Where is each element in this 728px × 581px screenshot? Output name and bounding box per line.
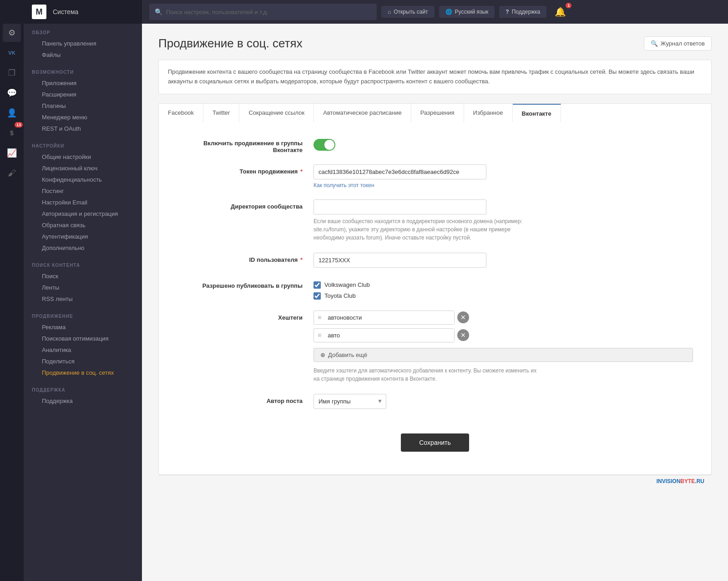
enable-label: Включить продвижение в группы Вконтакте bbox=[177, 136, 313, 153]
checkbox-toyota[interactable]: Toyota Club bbox=[313, 292, 693, 300]
nav-auth-registration[interactable]: Авторизация и регистрация bbox=[32, 208, 134, 219]
section-title-obzor: ОБЗОР bbox=[32, 30, 134, 35]
checkbox-volkswagen[interactable]: Volkswagen Club bbox=[313, 281, 693, 289]
sidebar-icon-brush[interactable]: 🖌 bbox=[3, 164, 21, 182]
topbar: 🔍 ⌂ Открыть сайт 🌐 Русский язык ? Поддер… bbox=[142, 0, 728, 24]
bell-icon: 🔔 bbox=[555, 7, 566, 17]
nav-email-settings[interactable]: Настройки Email bbox=[32, 197, 134, 208]
content-area: Продвижение в соц. сетях 🔍 Журнал ответо… bbox=[142, 24, 728, 581]
home-icon: ⌂ bbox=[388, 9, 391, 15]
sidebar-icon-gear[interactable]: ⚙ bbox=[3, 24, 21, 42]
open-site-button[interactable]: ⌂ Открыть сайт bbox=[381, 6, 435, 18]
nav-ads[interactable]: Реклама bbox=[32, 321, 134, 333]
journal-label: Журнал ответов bbox=[661, 40, 705, 47]
enable-toggle[interactable] bbox=[313, 139, 335, 151]
tab-twitter[interactable]: Twitter bbox=[203, 104, 239, 122]
sidebar-icon-chat[interactable]: 💬 bbox=[3, 84, 21, 102]
tab-vkontakte[interactable]: Вконтакте bbox=[513, 104, 561, 122]
sidebar-icon-vk[interactable]: VK bbox=[3, 44, 21, 62]
sidebar-icon-dollar[interactable]: $ 13 bbox=[3, 124, 21, 142]
open-site-label: Открыть сайт bbox=[394, 9, 428, 15]
community-dir-label: Директория сообщества bbox=[177, 199, 313, 210]
nav-additional[interactable]: Дополнительно bbox=[32, 242, 134, 254]
dollar-badge: 13 bbox=[15, 122, 23, 127]
section-promotion: ПРОДВИЖЕНИЕ Реклама Поисковая оптимизаци… bbox=[24, 307, 142, 381]
hashtag-drag-0[interactable]: ≡ bbox=[314, 314, 325, 321]
nav-dashboard[interactable]: Панель управления bbox=[32, 38, 134, 49]
page-title: Продвижение в соц. сетях bbox=[158, 36, 303, 51]
author-select[interactable]: Имя группы Имя пользователя bbox=[313, 394, 386, 409]
community-dir-input[interactable] bbox=[313, 199, 486, 214]
form-row-community-dir: Директория сообщества Если ваше сообщест… bbox=[177, 199, 693, 242]
section-obzor: ОБЗОР Панель управления Файлы bbox=[24, 24, 142, 63]
checkbox-toyota-input[interactable] bbox=[313, 292, 321, 300]
author-label: Автор поста bbox=[177, 394, 313, 404]
token-input[interactable] bbox=[313, 164, 486, 179]
nav-search[interactable]: Поиск bbox=[32, 270, 134, 282]
nav-feeds[interactable]: Ленты bbox=[32, 282, 134, 293]
section-title-search-content: ПОИСК КОНТЕНТА bbox=[32, 263, 134, 268]
tab-auto-schedule[interactable]: Автоматическое расписание bbox=[314, 104, 411, 122]
nav-analytics[interactable]: Аналитика bbox=[32, 344, 134, 356]
nav-plugins[interactable]: Плагины bbox=[32, 100, 134, 112]
hashtag-remove-1[interactable]: ✕ bbox=[457, 329, 469, 341]
journal-button[interactable]: 🔍 Журнал ответов bbox=[644, 36, 712, 51]
section-title-support: ПОДДЕРЖКА bbox=[32, 387, 134, 392]
hashtags-field: ≡ ✕ ≡ ✕ ⊕ bbox=[313, 311, 693, 383]
question-icon: ? bbox=[506, 9, 509, 15]
search-wrap: 🔍 bbox=[149, 4, 377, 20]
sidebar-icon-user[interactable]: 👤 bbox=[3, 104, 21, 122]
nav-authentication[interactable]: Аутентификация bbox=[32, 231, 134, 242]
user-id-input[interactable] bbox=[313, 253, 486, 268]
search-input[interactable] bbox=[166, 9, 371, 15]
main-wrapper: 🔍 ⌂ Открыть сайт 🌐 Русский язык ? Поддер… bbox=[142, 0, 728, 581]
nav-rest-oauth[interactable]: REST и OAuth bbox=[32, 123, 134, 134]
logo-letter: M bbox=[36, 7, 43, 17]
logo-icon: M bbox=[32, 5, 46, 19]
hashtag-input-0[interactable] bbox=[325, 311, 454, 324]
hashtag-input-wrap-0: ≡ bbox=[313, 311, 455, 325]
hashtag-row-0: ≡ ✕ bbox=[313, 311, 693, 325]
nav-rss[interactable]: RSS ленты bbox=[32, 293, 134, 305]
nav-license[interactable]: Лицензионный ключ bbox=[32, 163, 134, 174]
hashtag-drag-1[interactable]: ≡ bbox=[314, 331, 325, 339]
nav-posting[interactable]: Постинг bbox=[32, 185, 134, 197]
description-text: Продвижение контента с вашего сообщества… bbox=[168, 68, 694, 85]
language-button[interactable]: 🌐 Русский язык bbox=[439, 6, 495, 18]
checkbox-group: Volkswagen Club Toyota Club bbox=[313, 279, 693, 300]
user-id-field bbox=[313, 253, 693, 268]
nav-seo[interactable]: Поисковая оптимизация bbox=[32, 333, 134, 344]
tab-url-shortener[interactable]: Сокращение ссылок bbox=[239, 104, 314, 122]
nav-support[interactable]: Поддержка bbox=[32, 395, 134, 407]
hashtag-list: ≡ ✕ ≡ ✕ ⊕ bbox=[313, 311, 693, 362]
sidebar-icons-column: ⚙ VK ❐ 💬 👤 $ 13 📈 🖌 bbox=[0, 0, 24, 581]
sidebar-icon-chart[interactable]: 📈 bbox=[3, 144, 21, 162]
nav-applications[interactable]: Приложения bbox=[32, 77, 134, 89]
hashtag-remove-0[interactable]: ✕ bbox=[457, 311, 469, 323]
nav-menu-manager[interactable]: Менеджер меню bbox=[32, 112, 134, 123]
tab-facebook[interactable]: Facebook bbox=[159, 104, 203, 122]
form-row-hashtags: Хештеги ≡ ✕ ≡ bbox=[177, 311, 693, 383]
user-id-required: * bbox=[298, 256, 303, 263]
nav-extensions[interactable]: Расширения bbox=[32, 89, 134, 100]
notification-button[interactable]: 🔔 1 bbox=[551, 5, 570, 19]
support-button[interactable]: ? Поддержка bbox=[499, 6, 546, 18]
tab-favorites[interactable]: Избранное bbox=[464, 104, 513, 122]
nav-general-settings[interactable]: Общие настройки bbox=[32, 151, 134, 163]
globe-icon: 🌐 bbox=[445, 9, 452, 15]
sidebar-nav-nastroyki: Общие настройки Лицензионный ключ Конфид… bbox=[32, 151, 134, 254]
tab-permissions[interactable]: Разрешения bbox=[411, 104, 464, 122]
save-button[interactable]: Сохранить bbox=[401, 433, 469, 452]
nav-privacy[interactable]: Конфиденциальность bbox=[32, 174, 134, 185]
nav-feedback[interactable]: Обратная связь bbox=[32, 219, 134, 231]
token-link[interactable]: Как получить этот токен bbox=[313, 182, 693, 189]
page-header: Продвижение в соц. сетях 🔍 Журнал ответо… bbox=[158, 36, 712, 51]
hashtag-input-1[interactable] bbox=[325, 329, 454, 342]
form-row-enable: Включить продвижение в группы Вконтакте bbox=[177, 136, 693, 153]
nav-social-promotion[interactable]: Продвижение в соц. сетях bbox=[32, 367, 134, 378]
checkbox-volkswagen-input[interactable] bbox=[313, 281, 321, 289]
nav-share[interactable]: Поделиться bbox=[32, 356, 134, 367]
sidebar-icon-copy[interactable]: ❐ bbox=[3, 64, 21, 82]
add-more-button[interactable]: ⊕ Добавить ещё bbox=[313, 348, 693, 362]
nav-files[interactable]: Файлы bbox=[32, 49, 134, 61]
